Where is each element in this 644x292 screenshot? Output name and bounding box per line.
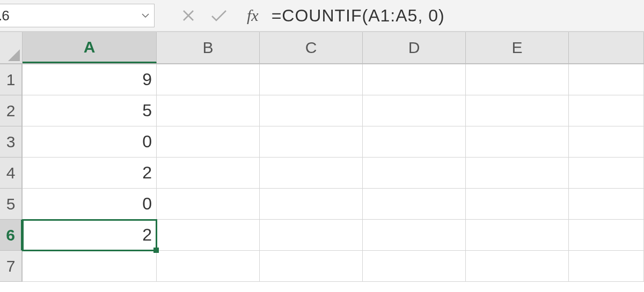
- row-1: 9: [23, 64, 644, 95]
- confirm-icon[interactable]: [210, 9, 228, 23]
- fx-label[interactable]: fx: [247, 6, 259, 25]
- column-headers: A B C D E: [23, 32, 644, 64]
- cell-A5[interactable]: 0: [23, 189, 157, 220]
- cell-B7[interactable]: [157, 251, 260, 282]
- row-header-3[interactable]: 3: [0, 126, 23, 158]
- formula-input[interactable]: =COUNTIF(A1:A5, 0): [272, 6, 445, 26]
- chevron-down-icon[interactable]: [141, 11, 150, 20]
- cell-E2[interactable]: [466, 95, 569, 126]
- cell-A3[interactable]: 0: [23, 126, 157, 158]
- row-header-1[interactable]: 1: [0, 64, 23, 95]
- cell-F1[interactable]: [569, 64, 644, 95]
- row-4: 2: [23, 158, 644, 189]
- fill-handle[interactable]: [153, 248, 159, 253]
- cell-A2[interactable]: 5: [23, 95, 157, 126]
- cell-E6[interactable]: [466, 220, 569, 251]
- column-header-D[interactable]: D: [363, 32, 466, 63]
- row-header-4[interactable]: 4: [0, 158, 23, 189]
- formula-bar: .6 fx =COUNTIF(A1:A5, 0): [0, 0, 644, 32]
- column-header-B[interactable]: B: [157, 32, 260, 63]
- cell-B6[interactable]: [157, 220, 260, 251]
- row-header-7[interactable]: 7: [0, 251, 23, 282]
- cell-A7[interactable]: [23, 251, 157, 282]
- select-all-corner[interactable]: [0, 32, 23, 64]
- row-headers: 1 2 3 4 5 6 7: [0, 64, 23, 282]
- cell-B2[interactable]: [157, 95, 260, 126]
- cell-D5[interactable]: [363, 189, 466, 220]
- cell-F7[interactable]: [569, 251, 644, 282]
- cell-E1[interactable]: [466, 64, 569, 95]
- row-header-5[interactable]: 5: [0, 189, 23, 220]
- cell-A6[interactable]: 2: [23, 220, 157, 251]
- cell-E5[interactable]: [466, 189, 569, 220]
- cell-D1[interactable]: [363, 64, 466, 95]
- cell-A4[interactable]: 2: [23, 158, 157, 189]
- cell-F3[interactable]: [569, 126, 644, 158]
- cell-D3[interactable]: [363, 126, 466, 158]
- cell-C4[interactable]: [260, 158, 363, 189]
- cell-C5[interactable]: [260, 189, 363, 220]
- cell-C2[interactable]: [260, 95, 363, 126]
- row-5: 0: [23, 189, 644, 220]
- cell-B5[interactable]: [157, 189, 260, 220]
- cell-E7[interactable]: [466, 251, 569, 282]
- row-7: [23, 251, 644, 282]
- cell-D7[interactable]: [363, 251, 466, 282]
- cell-C1[interactable]: [260, 64, 363, 95]
- name-box-text: .6: [0, 8, 9, 24]
- cell-F2[interactable]: [569, 95, 644, 126]
- cell-D2[interactable]: [363, 95, 466, 126]
- row-header-6[interactable]: 6: [0, 220, 23, 251]
- cell-C6[interactable]: [260, 220, 363, 251]
- column-header-C[interactable]: C: [260, 32, 363, 63]
- row-header-2[interactable]: 2: [0, 95, 23, 126]
- sheet: A B C D E 1 2 3 4 5 6 7 9 5: [0, 32, 644, 292]
- row-6: 2: [23, 220, 644, 251]
- cell-D4[interactable]: [363, 158, 466, 189]
- formula-controls: fx: [181, 6, 259, 25]
- cell-F6[interactable]: [569, 220, 644, 251]
- cell-C3[interactable]: [260, 126, 363, 158]
- cell-B4[interactable]: [157, 158, 260, 189]
- cell-B3[interactable]: [157, 126, 260, 158]
- row-3: 0: [23, 126, 644, 158]
- cancel-icon[interactable]: [181, 9, 195, 23]
- name-box[interactable]: .6: [0, 4, 155, 27]
- column-header-E[interactable]: E: [466, 32, 569, 63]
- cell-D6[interactable]: [363, 220, 466, 251]
- cell-F5[interactable]: [569, 189, 644, 220]
- row-2: 5: [23, 95, 644, 126]
- cell-C7[interactable]: [260, 251, 363, 282]
- cell-B1[interactable]: [157, 64, 260, 95]
- cells-grid: 9 5 0 2: [23, 64, 644, 282]
- cell-A1[interactable]: 9: [23, 64, 157, 95]
- cell-F4[interactable]: [569, 158, 644, 189]
- cell-E3[interactable]: [466, 126, 569, 158]
- column-header-blank[interactable]: [569, 32, 644, 63]
- column-header-A[interactable]: A: [23, 32, 157, 63]
- cell-E4[interactable]: [466, 158, 569, 189]
